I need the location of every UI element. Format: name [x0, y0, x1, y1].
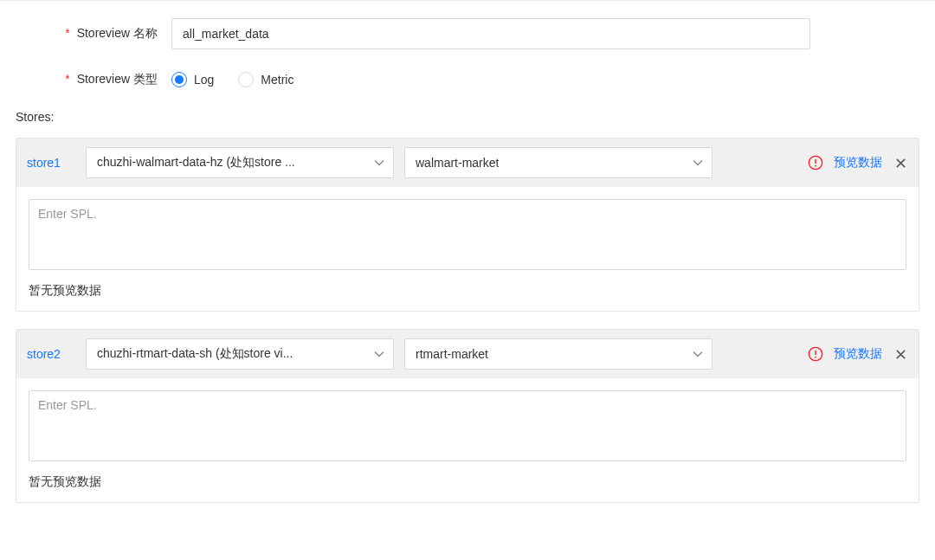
store-select[interactable]: rtmart-market	[404, 338, 713, 370]
svg-point-5	[815, 357, 816, 358]
preview-data-link[interactable]: 预览数据	[834, 155, 882, 171]
radio-circle-metric	[238, 72, 254, 87]
storeview-type-radios: Log Metric	[171, 72, 293, 87]
store-body: 暂无预览数据	[16, 378, 919, 502]
storeview-name-input[interactable]	[171, 18, 810, 49]
chevron-down-icon	[693, 159, 703, 166]
radio-label-log: Log	[194, 73, 214, 87]
spl-input[interactable]	[29, 199, 906, 270]
no-preview-text: 暂无预览数据	[29, 474, 906, 490]
store-card: store1 chuzhi-walmart-data-hz (处知store .…	[16, 138, 919, 312]
chevron-down-icon	[374, 159, 384, 166]
radio-log[interactable]: Log	[171, 72, 214, 87]
preview-data-link[interactable]: 预览数据	[834, 346, 882, 362]
required-asterisk: *	[65, 72, 69, 86]
store-select-value: walmart-market	[416, 156, 499, 170]
project-select-value: chuzhi-walmart-data-hz (处知store ...	[97, 155, 295, 171]
storeview-name-label: * Storeview 名称	[16, 26, 171, 42]
store-body: 暂无预览数据	[16, 187, 919, 311]
store-select-value: rtmart-market	[416, 347, 488, 361]
project-select[interactable]: chuzhi-walmart-data-hz (处知store ...	[86, 147, 394, 178]
radio-circle-log	[171, 72, 187, 87]
radio-label-metric: Metric	[261, 73, 293, 87]
stores-section-label: Stores:	[16, 110, 919, 124]
store-card: store2 chuzhi-rtmart-data-sh (处知store vi…	[16, 329, 919, 503]
required-asterisk: *	[65, 26, 69, 40]
close-icon	[895, 158, 906, 169]
chevron-down-icon	[374, 351, 384, 357]
project-select-value: chuzhi-rtmart-data-sh (处知store vi...	[97, 346, 293, 362]
storeview-type-label-text: Storeview 类型	[77, 72, 158, 86]
chevron-down-icon	[693, 351, 703, 357]
storeview-name-label-text: Storeview 名称	[77, 26, 158, 40]
spl-input[interactable]	[29, 390, 906, 461]
storeview-type-label: * Storeview 类型	[16, 72, 171, 87]
store-name: store2	[27, 347, 75, 361]
store-name: store1	[27, 156, 75, 170]
storeview-name-row: * Storeview 名称	[16, 18, 919, 49]
alert-icon	[808, 155, 823, 171]
radio-metric[interactable]: Metric	[238, 72, 293, 87]
alert-icon	[808, 346, 823, 362]
svg-point-2	[815, 165, 816, 167]
project-select[interactable]: chuzhi-rtmart-data-sh (处知store vi...	[86, 338, 394, 370]
store-header: store2 chuzhi-rtmart-data-sh (处知store vi…	[16, 330, 919, 378]
no-preview-text: 暂无预览数据	[29, 283, 906, 299]
store-select[interactable]: walmart-market	[404, 147, 713, 178]
store-header: store1 chuzhi-walmart-data-hz (处知store .…	[16, 138, 919, 187]
close-icon	[895, 349, 906, 360]
storeview-type-row: * Storeview 类型 Log Metric	[16, 72, 919, 87]
remove-store-button[interactable]	[893, 346, 908, 362]
radio-dot	[175, 75, 184, 84]
remove-store-button[interactable]	[893, 155, 908, 171]
